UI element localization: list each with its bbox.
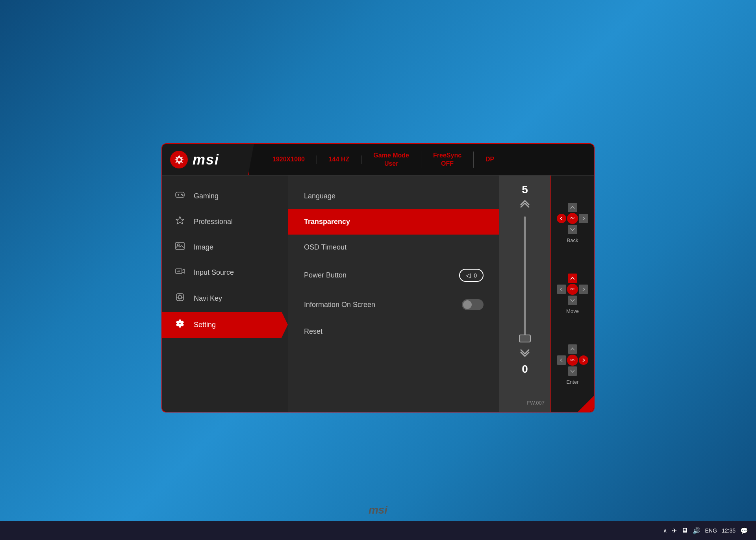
slider-min-value: 0 (522, 363, 528, 375)
logo-section: msi (162, 144, 249, 175)
toggle-knob (463, 300, 472, 309)
taskbar-airplane-icon: ✈ (672, 527, 677, 534)
header-bar: msi 1920X1080 144 HZ Game Mode User Free… (162, 144, 594, 176)
spec-freesync: FreeSync OFF (421, 152, 474, 168)
header-specs: 1920X1080 144 HZ Game Mode User FreeSync… (249, 152, 594, 168)
back-label: Back (567, 237, 578, 243)
professional-icon (174, 216, 186, 227)
taskbar: ∧ ✈ 🖥 🔊 ENG 12:35 💬 (0, 521, 756, 540)
osd-panel: msi 1920X1080 144 HZ Game Mode User Free… (161, 143, 595, 412)
firmware-version: FW.007 (527, 400, 545, 406)
back-dpad-left[interactable] (557, 214, 566, 223)
taskbar-time: 12:35 (722, 527, 736, 534)
slider-panel: 5 0 FW.007 (499, 176, 550, 412)
controls-panel: OK Back (550, 176, 594, 412)
sidebar-item-input-source[interactable]: Input Source (162, 260, 288, 285)
transparency-label: Transparency (304, 218, 350, 226)
input-source-icon (174, 267, 186, 278)
spec-resolution: 1920X1080 (261, 155, 317, 164)
taskbar-chat-icon: 💬 (740, 527, 748, 534)
setting-icon (174, 319, 186, 331)
power-button-indicator: ◁ 0 (459, 269, 484, 282)
corner-accent-bottom-right (578, 396, 594, 412)
msi-logo-text: msi (193, 152, 219, 168)
osd-timeout-label: OSD Timeout (304, 243, 346, 252)
power-button-label: Power Button (304, 271, 346, 279)
sidebar-item-professional[interactable]: Professional (162, 209, 288, 235)
navi-key-label: Navi Key (194, 294, 222, 303)
gaming-icon (174, 190, 186, 202)
center-panel: Language Transparency OSD Timeout Power … (288, 176, 499, 412)
image-label: Image (194, 243, 213, 252)
menu-info-on-screen[interactable]: Information On Screen (288, 290, 499, 319)
svg-line-12 (179, 271, 180, 272)
menu-reset[interactable]: Reset (288, 319, 499, 344)
enter-control-group: OK Enter (557, 344, 588, 385)
svg-marker-6 (176, 216, 184, 224)
menu-osd-timeout[interactable]: OSD Timeout (288, 235, 499, 260)
slider-max-value: 5 (522, 183, 528, 196)
back-dpad[interactable]: OK (557, 203, 588, 234)
move-label: Move (566, 308, 579, 314)
sidebar-item-gaming[interactable]: Gaming (162, 183, 288, 209)
enter-dpad[interactable]: OK (557, 344, 588, 376)
back-dpad-right[interactable] (579, 214, 588, 223)
menu-language[interactable]: Language (288, 183, 499, 209)
language-label: Language (304, 192, 335, 200)
slider-down-arrow[interactable] (519, 348, 531, 359)
enter-label: Enter (566, 379, 578, 385)
reset-label: Reset (304, 327, 322, 336)
input-source-label: Input Source (194, 268, 234, 277)
main-content: Gaming Professional (162, 176, 594, 412)
enter-dpad-right[interactable] (579, 355, 588, 365)
move-dpad-left[interactable] (557, 285, 566, 294)
enter-dpad-left[interactable] (557, 355, 566, 365)
professional-label: Professional (194, 218, 233, 226)
back-dpad-down[interactable] (568, 225, 577, 234)
spec-game-mode: Game Mode User (361, 152, 421, 168)
setting-label: Setting (194, 321, 216, 329)
move-control-group: OK Move (557, 274, 588, 314)
navi-key-icon (174, 292, 186, 305)
enter-dpad-down[interactable] (568, 366, 577, 376)
taskbar-up-arrow-icon: ∧ (663, 527, 667, 534)
back-dpad-center[interactable]: OK (567, 213, 578, 224)
move-dpad-up[interactable] (568, 274, 577, 283)
power-button-value: 0 (474, 272, 477, 279)
svg-rect-14 (178, 296, 182, 299)
menu-transparency[interactable]: Transparency (288, 209, 499, 235)
taskbar-monitor-icon: 🖥 (682, 527, 688, 534)
spec-input: DP (474, 155, 506, 164)
bottom-brand: msi (369, 504, 387, 516)
back-control-group: OK Back (557, 203, 588, 243)
spec-refresh: 144 HZ (317, 155, 361, 164)
svg-point-4 (181, 194, 182, 195)
sidebar-item-setting[interactable]: Setting (162, 312, 288, 338)
sidebar-item-image[interactable]: Image (162, 235, 288, 260)
info-on-screen-label: Information On Screen (304, 301, 375, 309)
svg-point-5 (182, 195, 183, 196)
taskbar-volume-icon: 🔊 (693, 527, 700, 534)
enter-dpad-center[interactable]: OK (567, 355, 578, 366)
sidebar: Gaming Professional (162, 176, 288, 412)
info-on-screen-toggle[interactable] (462, 299, 484, 310)
svg-point-0 (178, 158, 181, 161)
move-dpad-right[interactable] (579, 285, 588, 294)
menu-power-button[interactable]: Power Button ◁ 0 (288, 260, 499, 290)
enter-dpad-up[interactable] (568, 344, 577, 354)
slider-thumb[interactable] (519, 335, 531, 342)
move-dpad-center[interactable]: OK (567, 284, 578, 295)
msi-dragon-icon (170, 151, 188, 168)
taskbar-language: ENG (705, 527, 717, 534)
svg-rect-7 (176, 242, 184, 250)
back-dpad-up[interactable] (568, 203, 577, 212)
move-dpad-down[interactable] (568, 296, 577, 305)
slider-up-arrow[interactable] (519, 200, 531, 211)
sidebar-item-navi-key[interactable]: Navi Key (162, 285, 288, 312)
slider-track[interactable] (524, 216, 526, 342)
move-dpad[interactable]: OK (557, 274, 588, 305)
image-icon (174, 242, 186, 253)
gaming-label: Gaming (194, 192, 219, 200)
